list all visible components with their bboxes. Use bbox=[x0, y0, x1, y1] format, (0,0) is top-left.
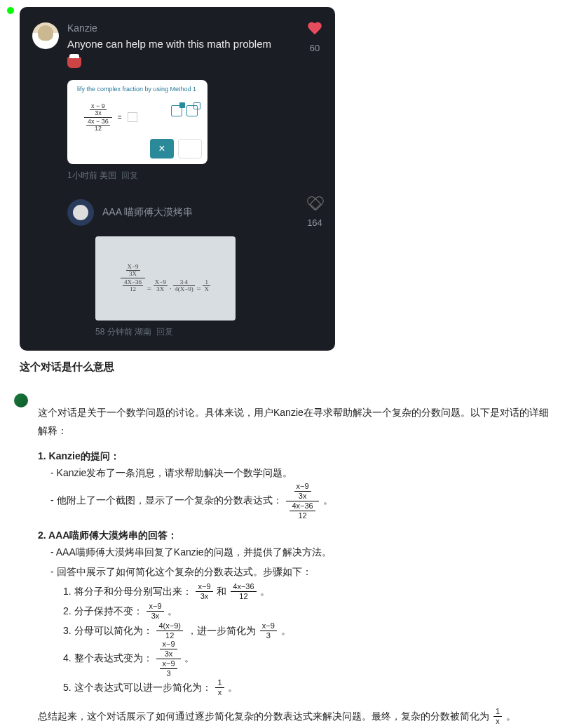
section1-title: 1. Kanzie的提问： bbox=[38, 450, 120, 461]
answer-intro: 这个对话是关于一个数学问题的讨论。具体来说，用户Kanzie在寻求帮助解决一个复… bbox=[38, 403, 552, 440]
step-3: 3. 分母可以简化为： 4(x−9)12 ，进一步简化为 x−93 。 bbox=[63, 621, 552, 640]
like-heart-icon[interactable] bbox=[307, 22, 322, 36]
reply-like-icon[interactable] bbox=[307, 197, 322, 211]
s2-line-b: - 回答中展示了如何简化这个复杂的分数表达式。步骤如下： bbox=[50, 562, 552, 581]
reply-avatar bbox=[67, 199, 94, 226]
answer-summary: 总结起来，这个对话展示了如何通过逐步简化复杂的分数表达式来解决问题。最终，复杂的… bbox=[38, 707, 552, 726]
step-1: 1. 将分子和分母分别写出来： x−93x 和 4x−3612 。 bbox=[63, 581, 552, 601]
section2-title: 2. AAA喵师傅大漠烤串的回答： bbox=[38, 530, 177, 541]
ai-avatar-icon bbox=[14, 393, 28, 407]
reply-username: AAA 喵师傅大漠烤串 bbox=[102, 206, 193, 219]
post-username: Kanzie bbox=[67, 22, 301, 34]
problem-prompt: lify the complex fraction by using Metho… bbox=[74, 86, 200, 93]
handwritten-solution-image: X−93X 4X−3612 = X−93X · 3·44(X−9) = 1X bbox=[95, 236, 236, 321]
reply-like-count: 164 bbox=[307, 217, 322, 228]
s1-line-b: - 他附上了一个截图，显示了一个复杂的分数表达式： x−93x 4x−3612 … bbox=[50, 483, 552, 520]
ai-answer: 这个对话是关于一个数学问题的讨论。具体来说，用户Kanzie在寻求帮助解决一个复… bbox=[20, 392, 552, 729]
s1-line-a: - Kanzie发布了一条消息，请求帮助解决一个数学问题。 bbox=[50, 463, 552, 483]
answer-box bbox=[128, 112, 137, 122]
post-text: Anyone can help me with this math proble… bbox=[67, 36, 301, 53]
reply-meta: 58 分钟前 湖南 回复 bbox=[95, 326, 322, 338]
like-count: 60 bbox=[307, 43, 322, 53]
step-2: 2. 分子保持不变： x−93x 。 bbox=[63, 601, 552, 621]
reply-reply-link[interactable]: 回复 bbox=[156, 327, 173, 337]
social-post-screenshot: Kanzie Anyone can help me with this math… bbox=[20, 7, 335, 351]
post-meta: 1小时前 美国 回复 bbox=[67, 170, 322, 182]
math-problem-image: lify the complex fraction by using Metho… bbox=[67, 80, 207, 164]
multiply-button: × bbox=[150, 139, 174, 159]
reply-link[interactable]: 回复 bbox=[121, 170, 138, 180]
status-dot bbox=[7, 7, 14, 14]
blank-button bbox=[178, 139, 202, 159]
avatar bbox=[32, 22, 59, 49]
step-4: 4. 整个表达式变为： x−93x x−93 。 bbox=[63, 640, 552, 678]
user-question: 这个对话是什么意思 bbox=[20, 360, 552, 374]
s2-line-a: - AAA喵师傅大漠烤串回复了Kanzie的问题，并提供了解决方法。 bbox=[50, 542, 552, 562]
badge-icon bbox=[67, 57, 81, 68]
step-5: 5. 这个表达式可以进一步简化为： 1x 。 bbox=[63, 678, 552, 697]
